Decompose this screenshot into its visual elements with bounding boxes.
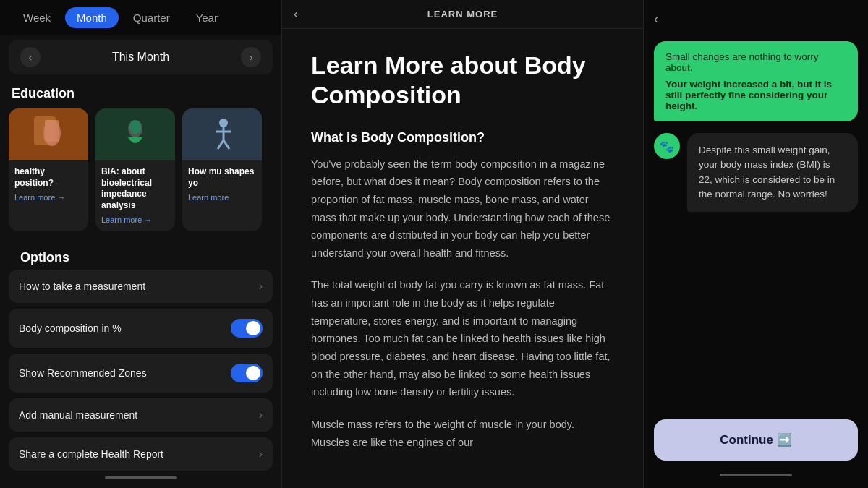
center-content: Learn More about Body Composition What i… [282, 29, 643, 488]
card1-title: healthy position? [14, 166, 82, 189]
option-health-report[interactable]: Share a complete Health Report › [9, 437, 273, 471]
tab-bar: Week Month Quarter Year [0, 0, 281, 35]
tab-year[interactable]: Year [184, 7, 229, 28]
chat-bubble-green: Small changes are nothing to worry about… [654, 41, 858, 121]
spacer [654, 221, 858, 411]
option-recommended-zones[interactable]: Show Recommended Zones [9, 354, 273, 393]
tab-quarter[interactable]: Quarter [122, 7, 182, 28]
card2-image [95, 108, 175, 160]
prev-month-button[interactable]: ‹ [20, 47, 41, 67]
option-health-report-arrow-icon: › [259, 448, 263, 461]
tab-week[interactable]: Week [12, 7, 62, 28]
chat-bubble-dark: Despite this small weight gain, your bod… [687, 133, 858, 212]
option-how-to-measure-label: How to take a measurement [19, 281, 145, 292]
continue-button[interactable]: Continue ➡️ [654, 419, 858, 461]
article-paragraph-1: You've probably seen the term body compo… [311, 155, 614, 262]
recommended-zones-toggle[interactable] [231, 364, 263, 382]
card3-title: How mu shapes yo [188, 166, 256, 189]
card1-content: healthy position? Learn more → [9, 160, 88, 202]
right-bottom-indicator [654, 469, 858, 476]
center-header: ‹ LEARN MORE [282, 0, 643, 29]
article-title: Learn More about Body Composition [311, 51, 614, 110]
education-title: Education [0, 79, 281, 106]
svg-line-8 [218, 140, 224, 149]
options-section: Options How to take a measurement › Body… [0, 239, 281, 471]
svg-point-5 [219, 119, 228, 127]
svg-point-4 [129, 120, 141, 134]
option-how-to-measure[interactable]: How to take a measurement › [9, 270, 273, 303]
svg-point-2 [43, 120, 61, 146]
next-month-button[interactable]: › [241, 47, 261, 67]
month-label: This Month [112, 51, 169, 64]
education-cards: healthy position? Learn more → BIA: abou… [0, 106, 281, 239]
option-body-composition[interactable]: Body composition in % [9, 309, 273, 348]
option-add-measurement-label: Add manual measurement [19, 409, 137, 421]
right-header: ‹ [654, 12, 858, 33]
month-nav: ‹ This Month › [9, 40, 273, 74]
svg-line-9 [224, 140, 229, 149]
card2-link[interactable]: Learn more → [101, 215, 169, 224]
option-recommended-zones-label: Show Recommended Zones [19, 367, 147, 379]
option-add-measurement[interactable]: Add manual measurement › [9, 398, 273, 432]
left-bottom-indicator [0, 471, 281, 488]
center-panel: ‹ LEARN MORE Learn More about Body Compo… [282, 0, 644, 488]
article-paragraph-2: The total weight of body fat you carry i… [311, 276, 614, 401]
education-card-1[interactable]: healthy position? Learn more → [9, 108, 88, 231]
card3-image [182, 108, 262, 160]
card3-content: How mu shapes yo Learn more [182, 160, 262, 202]
center-header-title: LEARN MORE [427, 9, 498, 20]
avatar-icon: 🐾 [660, 140, 674, 153]
options-title: Options [9, 243, 273, 270]
chat-green-bold-text: Your weight increased a bit, but it is s… [665, 79, 846, 111]
left-panel: Week Month Quarter Year ‹ This Month › E… [0, 0, 282, 488]
body-composition-toggle[interactable] [231, 319, 263, 338]
bottom-pill [105, 476, 177, 479]
option-health-report-label: Share a complete Health Report [19, 448, 163, 460]
card2-title: BIA: about bioelectrical impedance analy… [101, 166, 169, 211]
chat-avatar-row: 🐾 Despite this small weight gain, your b… [654, 133, 858, 212]
center-back-button[interactable]: ‹ [294, 7, 298, 22]
tab-month[interactable]: Month [65, 7, 119, 28]
chat-avatar: 🐾 [654, 133, 680, 159]
card1-image [9, 108, 88, 160]
article-paragraph-3: Muscle mass refers to the weight of musc… [311, 416, 614, 451]
option-add-measurement-arrow-icon: › [259, 408, 263, 421]
right-panel: ‹ Small changes are nothing to worry abo… [644, 0, 868, 488]
education-card-2[interactable]: BIA: about bioelectrical impedance analy… [95, 108, 175, 231]
option-body-composition-label: Body composition in % [19, 322, 122, 334]
chat-green-normal-text: Small changes are nothing to worry about… [665, 51, 846, 73]
option-how-to-measure-arrow-icon: › [259, 280, 263, 293]
education-card-3[interactable]: How mu shapes yo Learn more [182, 108, 262, 231]
card1-link[interactable]: Learn more → [14, 193, 82, 202]
right-back-button[interactable]: ‹ [654, 12, 658, 27]
card3-link[interactable]: Learn more [188, 193, 256, 202]
card2-content: BIA: about bioelectrical impedance analy… [95, 160, 175, 224]
article-subtitle: What is Body Composition? [311, 130, 614, 145]
right-bottom-pill [720, 474, 792, 476]
